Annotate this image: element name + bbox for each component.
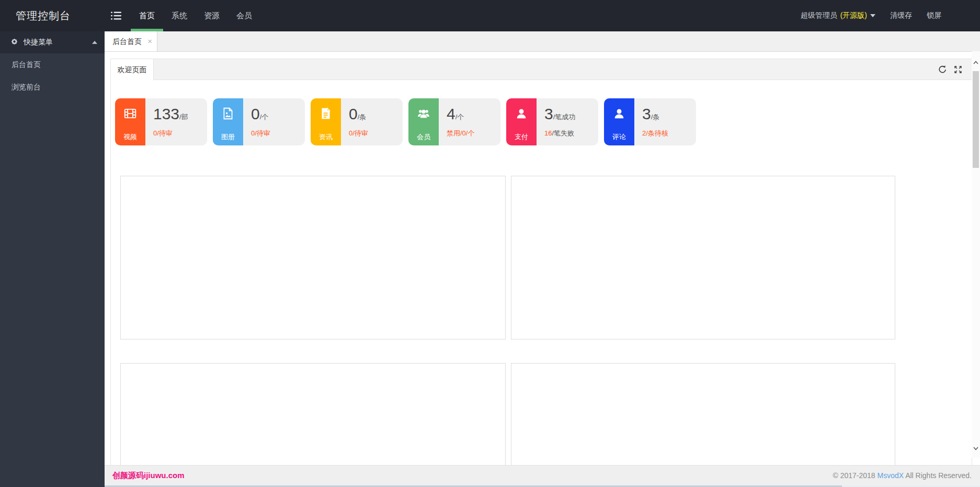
collapse-arrow-icon [92, 41, 97, 44]
welcome-panel-header [111, 59, 972, 80]
chevron-down-icon [870, 14, 875, 17]
image-icon: 图册 [213, 98, 243, 145]
stat-card-videos[interactable]: 视频 133/部 0/待审 [115, 98, 207, 145]
chart-panel-bottom-right [511, 363, 895, 467]
scrollbar-thumb[interactable] [973, 71, 979, 168]
active-nav-underline [131, 29, 163, 31]
stat-value: 0 [251, 105, 260, 122]
nav-item-members[interactable]: 会员 [228, 0, 260, 31]
welcome-panel-body: 视频 133/部 0/待审 图册 [111, 81, 972, 466]
stat-value: 3 [642, 105, 651, 122]
nav-item-resources[interactable]: 资源 [196, 0, 228, 31]
stat-card-comments[interactable]: 评论 3/条 2/条待核 [604, 98, 696, 145]
footer-source-link[interactable]: 创颜源码ijiuwu.com [112, 466, 185, 485]
msvodx-link[interactable]: MsvodX [877, 471, 904, 480]
user-icon: 支付 [506, 98, 537, 145]
main-content: 后台首页 × 欢迎页面 [105, 31, 980, 487]
stat-card-news[interactable]: 资讯 0/条 0/待审 [311, 98, 403, 145]
sidebar-group-quick-menu[interactable]: 快捷菜单 [0, 31, 105, 53]
app-title: 管理控制台 [16, 0, 71, 31]
stat-value: 133 [153, 105, 179, 122]
vertical-scrollbar[interactable] [972, 51, 980, 458]
sidebar: 快捷菜单 后台首页 浏览前台 [0, 31, 105, 487]
close-icon[interactable]: × [146, 31, 154, 51]
gear-icon [10, 38, 18, 48]
chart-panel-top-right [511, 176, 895, 339]
scroll-down-icon[interactable] [973, 444, 979, 450]
film-icon: 视频 [115, 98, 145, 145]
stat-card-albums[interactable]: 图册 0/个 0/待审 [213, 98, 305, 145]
tab-bar: 后台首页 × [105, 31, 980, 52]
stat-value: 0 [349, 105, 358, 122]
scroll-up-icon[interactable] [973, 59, 979, 65]
chart-panel-bottom-left [120, 363, 506, 467]
header-right-menu: 超级管理员 (开源版) 清缓存 锁屏 [801, 0, 941, 31]
edition-badge: (开源版) [840, 11, 867, 20]
top-header: 管理控制台 首页 系统 资源 会员 超级管理员 (开源版) 清缓存 锁屏 [0, 0, 980, 31]
menu-toggle-icon[interactable] [111, 12, 121, 20]
user-icon: 评论 [604, 98, 634, 145]
users-icon: 会员 [408, 98, 439, 145]
sidebar-item-backend-home[interactable]: 后台首页 [0, 53, 105, 76]
lock-screen-button[interactable]: 锁屏 [927, 11, 941, 20]
subtab-welcome-page[interactable]: 欢迎页面 [111, 59, 154, 81]
welcome-panel: 欢迎页面 [110, 59, 972, 467]
tab-backend-home[interactable]: 后台首页 × [105, 31, 157, 51]
sidebar-group-title: 快捷菜单 [24, 38, 92, 47]
clear-cache-button[interactable]: 清缓存 [890, 11, 912, 20]
copyright-text: © 2017-2018 MsvodX All Rights Reserved. [833, 466, 972, 485]
nav-item-home[interactable]: 首页 [131, 0, 163, 31]
stat-value: 3 [544, 105, 553, 122]
stat-value: 4 [447, 105, 455, 122]
footer: 创颜源码ijiuwu.com © 2017-2018 MsvodX All Ri… [105, 465, 980, 485]
user-menu[interactable]: 超级管理员 (开源版) [801, 11, 875, 20]
refresh-icon[interactable] [938, 65, 947, 74]
fullscreen-icon[interactable] [953, 65, 963, 74]
chart-panel-top-left [120, 176, 506, 339]
nav-item-system[interactable]: 系统 [163, 0, 196, 31]
stat-card-members[interactable]: 会员 4/个 禁用/0/个 [408, 98, 500, 145]
sidebar-item-browse-frontend[interactable]: 浏览前台 [0, 76, 105, 98]
stat-card-payments[interactable]: 支付 3/笔成功 16/笔失败 [506, 98, 598, 145]
main-nav: 首页 系统 资源 会员 [131, 0, 260, 31]
doc-icon: 资讯 [311, 98, 341, 145]
user-name: 超级管理员 [801, 11, 837, 20]
